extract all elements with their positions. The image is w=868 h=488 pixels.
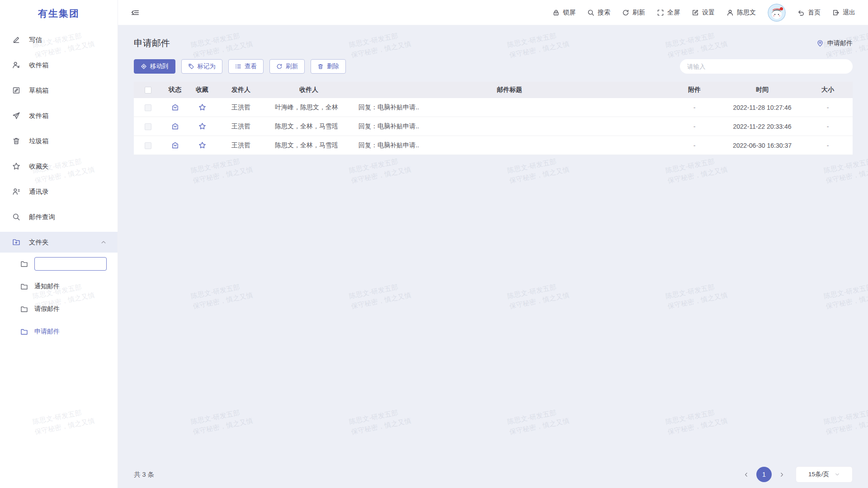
topbar-action-user[interactable]: 陈思文 <box>726 9 756 17</box>
logout-button[interactable]: 退出 <box>832 9 855 17</box>
new-folder-input[interactable] <box>34 257 107 271</box>
cell-subject: 回复：电脑补贴申请.. <box>352 141 667 150</box>
topbar-right: 锁屏搜索刷新全屏设置陈思文 首页 <box>552 4 855 22</box>
mail-open-icon <box>171 122 179 130</box>
sidebar-item[interactable]: 垃圾箱 <box>0 128 118 154</box>
lock-icon <box>552 9 560 16</box>
home-button[interactable]: 首页 <box>797 9 821 17</box>
mail-table: 状态 收藏 发件人 收件人 邮件标题 附件 时间 大小 王洪哲叶海峰，陈思文，全… <box>134 82 853 155</box>
toolbar: 移动到标记为查看刷新删除 <box>118 49 868 74</box>
topbar-action-lock[interactable]: 锁屏 <box>552 9 576 17</box>
chevron-right-icon[interactable] <box>779 472 785 478</box>
page-head: 申请邮件 申请邮件 <box>118 25 868 49</box>
folder-item[interactable]: 通知邮件 <box>0 275 118 298</box>
folder-item[interactable]: 请假邮件 <box>0 298 118 320</box>
cell-size: - <box>803 142 853 149</box>
cell <box>188 103 216 112</box>
column-header-recipients: 收件人 <box>266 86 352 94</box>
app-root: 有生集团 写信收件箱草稿箱发件箱垃圾箱收藏夹通讯录邮件查询 文件夹 通知邮件请假… <box>0 0 868 488</box>
sidebar-item[interactable]: 通讯录 <box>0 179 118 204</box>
mail-row[interactable]: 王洪哲陈思文，全林，马雪瑶回复：电脑补贴申请..-2022-06-30 16:3… <box>134 136 853 155</box>
favorite-star-icon[interactable] <box>198 141 206 149</box>
cell-subject: 回复：电脑补贴申请.. <box>352 103 667 112</box>
row-checkbox[interactable] <box>145 123 151 130</box>
cell-sender: 王洪哲 <box>216 141 266 150</box>
edit-icon <box>692 9 699 16</box>
row-checkbox[interactable] <box>145 142 151 149</box>
fullscreen-icon <box>657 9 664 16</box>
sidebar-item-label: 草稿箱 <box>29 86 49 95</box>
breadcrumb[interactable]: 申请邮件 <box>816 39 853 47</box>
sidebar-item[interactable]: 邮件查询 <box>0 204 118 230</box>
trash-icon <box>317 63 324 70</box>
select-all-checkbox[interactable] <box>145 87 151 94</box>
mail-open-icon <box>171 103 179 111</box>
avatar[interactable] <box>768 4 786 22</box>
page-number[interactable]: 1 <box>756 467 772 482</box>
topbar: 锁屏搜索刷新全屏设置陈思文 首页 <box>118 0 868 25</box>
undo-icon <box>797 9 805 16</box>
folder-plus-icon <box>12 238 20 246</box>
sidebar-item[interactable]: 收件箱 <box>0 52 118 78</box>
column-header-time: 时间 <box>722 86 803 94</box>
refresh-icon <box>622 9 629 16</box>
cell <box>134 103 162 111</box>
folder-icon <box>20 305 28 313</box>
pagination: 1 15条/页 <box>743 466 853 483</box>
cell-recipients: 陈思文，全林，马雪瑶 <box>266 141 352 150</box>
topbar-action-refresh[interactable]: 刷新 <box>622 9 645 17</box>
mail-row[interactable]: 王洪哲陈思文，全林，马雪瑶回复：电脑补贴申请..-2022-11-22 20:3… <box>134 117 853 136</box>
search-input[interactable] <box>680 59 853 74</box>
folder-item[interactable]: 申请邮件 <box>0 320 118 343</box>
toolbar-button[interactable]: 标记为 <box>181 59 223 74</box>
sidebar-item[interactable]: 草稿箱 <box>0 78 118 103</box>
sidebar-item-label: 收件箱 <box>29 61 49 70</box>
favorite-star-icon[interactable] <box>198 122 206 130</box>
table-body: 王洪哲叶海峰，陈思文，全林回复：电脑补贴申请..-2022-11-28 10:2… <box>134 98 853 155</box>
column-header-status: 状态 <box>162 86 188 94</box>
topbar-action-search[interactable]: 搜索 <box>587 9 610 17</box>
sidebar-item[interactable]: 写信 <box>0 27 118 52</box>
cell <box>188 141 216 150</box>
pencil-icon <box>12 36 20 44</box>
favorite-star-icon[interactable] <box>198 103 206 111</box>
toolbar-button-label: 删除 <box>327 62 339 70</box>
sidebar-item-label: 邮件查询 <box>29 213 55 221</box>
sidebar-item-label: 写信 <box>29 36 42 44</box>
pin-icon <box>816 40 824 47</box>
toolbar-button-label: 移动到 <box>150 62 169 70</box>
sidebar-item[interactable]: 收藏夹 <box>0 154 118 179</box>
page-size-value: 15条/页 <box>808 470 829 479</box>
topbar-action-edit[interactable]: 设置 <box>692 9 715 17</box>
topbar-action-label: 设置 <box>702 9 715 17</box>
row-checkbox[interactable] <box>145 104 151 111</box>
menu-fold-icon[interactable] <box>131 8 140 17</box>
sidebar-item[interactable]: 发件箱 <box>0 103 118 128</box>
search-icon <box>587 9 594 16</box>
star-icon <box>12 162 20 170</box>
chevron-up-icon[interactable] <box>100 239 107 245</box>
topbar-action-fullscreen[interactable]: 全屏 <box>657 9 680 17</box>
move-to-button[interactable]: 移动到 <box>134 59 175 74</box>
chevron-down-icon <box>835 472 840 477</box>
toolbar-button[interactable]: 查看 <box>228 59 264 74</box>
column-header-size: 大小 <box>803 86 853 94</box>
sidebar-folders-label: 文件夹 <box>29 238 49 247</box>
folder-item-label: 请假邮件 <box>34 305 60 313</box>
table-header-row: 状态 收藏 发件人 收件人 邮件标题 附件 时间 大小 <box>134 82 853 98</box>
folder-icon <box>20 260 28 268</box>
toolbar-button[interactable]: 删除 <box>311 59 346 74</box>
home-label: 首页 <box>808 9 821 17</box>
toolbar-button[interactable]: 刷新 <box>269 59 305 74</box>
new-folder-row <box>0 253 118 275</box>
toolbar-button-label: 刷新 <box>286 62 298 70</box>
cell <box>162 103 188 112</box>
column-header-attachment: 附件 <box>667 86 722 94</box>
chevron-left-icon[interactable] <box>743 472 749 478</box>
cell <box>162 122 188 131</box>
mail-row[interactable]: 王洪哲叶海峰，陈思文，全林回复：电脑补贴申请..-2022-11-28 10:2… <box>134 98 853 117</box>
page-size-select[interactable]: 15条/页 <box>796 466 853 483</box>
cell-attachment: - <box>667 123 722 130</box>
folder-list: 通知邮件请假邮件申请邮件 <box>0 275 118 343</box>
sidebar-item-folders[interactable]: 文件夹 <box>0 232 118 253</box>
